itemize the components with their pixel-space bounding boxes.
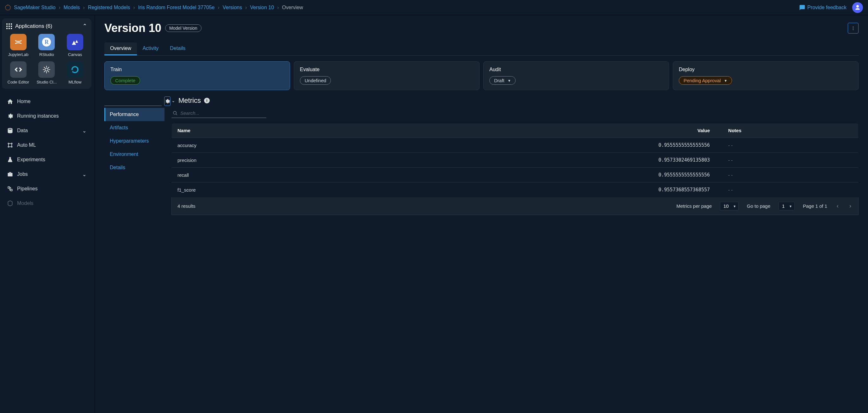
subtab-filter-input[interactable] [104,96,162,106]
app-label: RStudio [39,52,54,57]
gear-icon [164,98,170,104]
gear-icon [7,113,13,119]
app-studio-classic[interactable]: Studio Cl... [35,61,59,85]
kebab-icon: ⋮ [851,26,855,31]
automl-icon [7,142,13,148]
crumb-versions[interactable]: Versions [223,5,242,10]
feedback-label: Provide feedback [807,5,846,10]
title-row: Version 10 Model Version ⋮ [104,22,859,35]
svg-point-0 [45,68,48,71]
metric-notes: - - [722,183,858,197]
stage-status-audit[interactable]: Draft ▼ [489,76,516,85]
subtab-hyperparameters[interactable]: Hyperparameters [104,134,164,148]
code-editor-icon [10,61,27,78]
nav-automl[interactable]: Auto ML [4,138,90,152]
app-rstudio[interactable]: R RStudio [35,34,59,57]
nav-label: Experiments [17,157,45,163]
tab-details[interactable]: Details [164,42,191,55]
crumb-studio[interactable]: SageMaker Studio [14,5,56,10]
chevron-down-icon: ⌄ [82,128,86,134]
models-icon [7,200,13,206]
app-code-editor[interactable]: Code Editor [6,61,30,85]
collapse-toggle[interactable]: ⌄ [172,98,175,103]
app-label: Studio Cl... [37,80,57,85]
metrics-search-input[interactable] [180,110,265,116]
metric-name: precision [172,153,339,168]
stage-audit[interactable]: Audit Draft ▼ [483,61,669,90]
col-notes[interactable]: Notes [722,123,858,138]
metrics-footer: 4 results Metrics per page 10 Go to page… [172,197,859,215]
metric-notes: - - [722,138,858,153]
metric-name: recall [172,168,339,183]
col-name[interactable]: Name [172,123,339,138]
table-row: recall 0.9555555555555556 - - [172,168,859,183]
settings-button[interactable] [164,96,170,106]
stage-status-evaluate: Undefined [300,76,331,85]
page-title: Version 10 [104,22,161,35]
crumb-models[interactable]: Models [64,5,80,10]
tab-overview[interactable]: Overview [104,42,137,55]
per-page-label: Metrics per page [676,203,712,209]
chevron-right-icon: › [245,5,247,10]
chevron-down-icon: ▼ [508,79,511,83]
info-icon[interactable]: i [204,98,210,103]
stage-title: Train [111,67,284,72]
status-label: Draft [494,78,504,83]
crumb-registered[interactable]: Registered Models [88,5,130,10]
results-count: 4 results [178,203,195,209]
app-canvas[interactable]: Canvas [63,34,87,57]
applications-label: Applications (6) [15,23,52,29]
user-avatar[interactable] [852,2,863,13]
goto-page-select[interactable]: 1 [778,202,795,210]
app-mlflow[interactable]: MLflow [63,61,87,85]
table-row: accuracy 0.9555555555555556 - - [172,138,859,153]
actions-menu-button[interactable]: ⋮ [848,23,859,34]
nav-label: Pipelines [17,186,38,192]
apps-grid-icon [6,23,12,29]
provide-feedback-link[interactable]: Provide feedback [799,4,846,11]
crumb-model-name[interactable]: Iris Random Forest Model 37705e [138,5,215,10]
overview-left-column: Performance Artifacts Hyperparameters En… [104,96,164,215]
metric-value: 0.9555555555555556 [339,138,722,153]
applications-toggle[interactable]: Applications (6) ⌃ [6,23,87,29]
stage-title: Deploy [679,67,852,72]
stage-deploy[interactable]: Deploy Pending Approval ▼ [673,61,859,90]
nav-data[interactable]: Data ⌄ [4,124,90,137]
sidebar: Applications (6) ⌃ JupyterLab R RStudio [0,15,95,413]
stage-evaluate[interactable]: Evaluate Undefined [294,61,479,90]
subtab-details[interactable]: Details [104,161,164,174]
breadcrumbs: SageMaker Studio › Models › Registered M… [5,5,799,10]
per-page-select[interactable]: 10 [720,202,739,210]
search-icon [173,111,178,116]
pipeline-icon [7,186,13,192]
nav-home[interactable]: Home [4,95,90,108]
stage-status-deploy[interactable]: Pending Approval ▼ [679,76,732,85]
metric-value: 0.9555555555555556 [339,168,722,183]
nav-models[interactable]: Models [4,196,90,210]
aws-icon [5,5,11,10]
stage-train[interactable]: Train Complete [104,61,290,90]
next-page-button[interactable]: › [848,203,852,209]
prev-page-button[interactable]: ‹ [835,203,840,209]
metrics-search[interactable] [172,108,266,118]
subtab-artifacts[interactable]: Artifacts [104,121,164,134]
crumb-overview: Overview [282,5,303,10]
nav-jobs[interactable]: Jobs ⌄ [4,167,90,181]
chevron-right-icon: › [133,5,135,10]
subtab-environment[interactable]: Environment [104,148,164,161]
metrics-table: Name Value Notes accuracy 0.955555555555… [172,123,859,197]
nav-experiments[interactable]: Experiments [4,153,90,167]
app-jupyterlab[interactable]: JupyterLab [6,34,30,57]
nav-list: Home Running instances Data ⌄ Auto ML Ex… [2,95,91,210]
person-icon [855,4,861,11]
nav-label: Auto ML [17,142,36,148]
tab-activity[interactable]: Activity [137,42,164,55]
nav-pipelines[interactable]: Pipelines [4,182,90,196]
nav-running-instances[interactable]: Running instances [4,109,90,123]
subtab-performance[interactable]: Performance [104,108,164,121]
goto-page-label: Go to page [747,203,770,209]
app-label: Code Editor [8,80,29,85]
col-value[interactable]: Value [339,123,722,138]
crumb-version-n[interactable]: Version 10 [250,5,274,10]
metrics-header: ⌄ Metrics i [172,96,859,105]
